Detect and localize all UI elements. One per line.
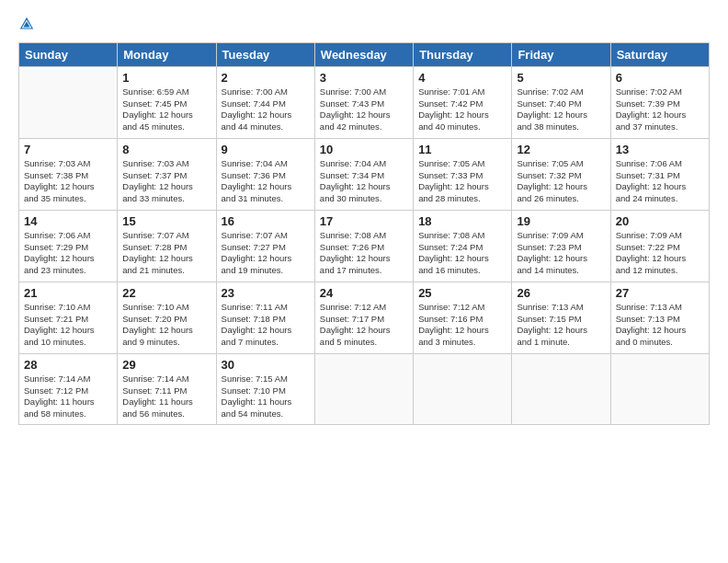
day-number: 11 bbox=[418, 143, 506, 156]
page: SundayMondayTuesdayWednesdayThursdayFrid… bbox=[0, 0, 728, 563]
col-header-saturday: Saturday bbox=[610, 42, 709, 66]
calendar-cell: 20Sunrise: 7:09 AM Sunset: 7:22 PM Dayli… bbox=[610, 210, 709, 282]
day-number: 19 bbox=[517, 214, 605, 228]
day-info: Sunrise: 7:14 AM Sunset: 7:11 PM Dayligh… bbox=[122, 373, 210, 420]
day-info: Sunrise: 7:04 AM Sunset: 7:34 PM Dayligh… bbox=[320, 158, 408, 205]
calendar-cell: 27Sunrise: 7:13 AM Sunset: 7:13 PM Dayli… bbox=[610, 282, 709, 353]
day-number: 21 bbox=[24, 286, 112, 300]
calendar-cell: 7Sunrise: 7:03 AM Sunset: 7:38 PM Daylig… bbox=[19, 138, 118, 210]
day-info: Sunrise: 7:14 AM Sunset: 7:12 PM Dayligh… bbox=[24, 373, 112, 420]
calendar-table: SundayMondayTuesdayWednesdayThursdayFrid… bbox=[18, 42, 710, 425]
calendar-cell: 24Sunrise: 7:12 AM Sunset: 7:17 PM Dayli… bbox=[314, 282, 413, 353]
logo bbox=[18, 15, 39, 33]
day-info: Sunrise: 7:07 AM Sunset: 7:27 PM Dayligh… bbox=[222, 230, 310, 277]
day-number: 30 bbox=[222, 358, 310, 372]
day-info: Sunrise: 7:04 AM Sunset: 7:36 PM Dayligh… bbox=[222, 158, 310, 205]
calendar-cell: 30Sunrise: 7:15 AM Sunset: 7:10 PM Dayli… bbox=[216, 353, 314, 424]
day-info: Sunrise: 7:08 AM Sunset: 7:26 PM Dayligh… bbox=[320, 230, 408, 277]
day-info: Sunrise: 7:10 AM Sunset: 7:20 PM Dayligh… bbox=[122, 302, 210, 349]
calendar-cell: 28Sunrise: 7:14 AM Sunset: 7:12 PM Dayli… bbox=[19, 353, 118, 424]
day-info: Sunrise: 7:11 AM Sunset: 7:18 PM Dayligh… bbox=[222, 302, 310, 349]
day-info: Sunrise: 7:08 AM Sunset: 7:24 PM Dayligh… bbox=[418, 230, 506, 277]
day-number: 6 bbox=[616, 71, 704, 85]
calendar-cell: 19Sunrise: 7:09 AM Sunset: 7:23 PM Dayli… bbox=[512, 210, 610, 282]
calendar-cell: 2Sunrise: 7:00 AM Sunset: 7:44 PM Daylig… bbox=[216, 66, 314, 138]
day-info: Sunrise: 7:09 AM Sunset: 7:22 PM Dayligh… bbox=[616, 230, 704, 277]
col-header-tuesday: Tuesday bbox=[216, 42, 314, 66]
col-header-monday: Monday bbox=[118, 42, 216, 66]
day-info: Sunrise: 7:10 AM Sunset: 7:21 PM Dayligh… bbox=[24, 302, 112, 349]
day-info: Sunrise: 7:15 AM Sunset: 7:10 PM Dayligh… bbox=[222, 373, 310, 420]
calendar-header-row: SundayMondayTuesdayWednesdayThursdayFrid… bbox=[19, 42, 710, 66]
day-info: Sunrise: 7:12 AM Sunset: 7:17 PM Dayligh… bbox=[320, 302, 408, 349]
day-number: 23 bbox=[222, 286, 310, 300]
day-number: 18 bbox=[418, 214, 506, 228]
day-number: 27 bbox=[616, 286, 704, 300]
day-number: 26 bbox=[517, 286, 605, 300]
header bbox=[18, 15, 710, 33]
day-number: 22 bbox=[122, 286, 210, 300]
calendar-cell: 9Sunrise: 7:04 AM Sunset: 7:36 PM Daylig… bbox=[216, 138, 314, 210]
day-number: 5 bbox=[517, 71, 605, 85]
col-header-friday: Friday bbox=[512, 42, 610, 66]
calendar-cell: 17Sunrise: 7:08 AM Sunset: 7:26 PM Dayli… bbox=[314, 210, 413, 282]
day-number: 2 bbox=[222, 71, 310, 85]
day-info: Sunrise: 7:02 AM Sunset: 7:39 PM Dayligh… bbox=[616, 86, 704, 133]
day-number: 24 bbox=[320, 286, 408, 300]
day-number: 1 bbox=[122, 71, 210, 85]
day-number: 9 bbox=[222, 143, 310, 156]
calendar-cell: 26Sunrise: 7:13 AM Sunset: 7:15 PM Dayli… bbox=[512, 282, 610, 353]
calendar-cell: 12Sunrise: 7:05 AM Sunset: 7:32 PM Dayli… bbox=[512, 138, 610, 210]
calendar-week-3: 21Sunrise: 7:10 AM Sunset: 7:21 PM Dayli… bbox=[19, 282, 710, 353]
day-number: 25 bbox=[418, 286, 506, 300]
day-info: Sunrise: 7:09 AM Sunset: 7:23 PM Dayligh… bbox=[517, 230, 605, 277]
calendar-cell bbox=[19, 66, 118, 138]
calendar-cell: 10Sunrise: 7:04 AM Sunset: 7:34 PM Dayli… bbox=[314, 138, 413, 210]
day-number: 13 bbox=[616, 143, 704, 156]
day-number: 14 bbox=[24, 214, 112, 228]
calendar-cell: 5Sunrise: 7:02 AM Sunset: 7:40 PM Daylig… bbox=[512, 66, 610, 138]
day-info: Sunrise: 7:02 AM Sunset: 7:40 PM Dayligh… bbox=[517, 86, 605, 133]
col-header-sunday: Sunday bbox=[19, 42, 118, 66]
calendar-cell: 11Sunrise: 7:05 AM Sunset: 7:33 PM Dayli… bbox=[414, 138, 512, 210]
day-number: 3 bbox=[320, 71, 408, 85]
calendar-cell: 1Sunrise: 6:59 AM Sunset: 7:45 PM Daylig… bbox=[118, 66, 216, 138]
day-number: 17 bbox=[320, 214, 408, 228]
day-number: 15 bbox=[122, 214, 210, 228]
calendar-cell: 15Sunrise: 7:07 AM Sunset: 7:28 PM Dayli… bbox=[118, 210, 216, 282]
day-info: Sunrise: 7:13 AM Sunset: 7:13 PM Dayligh… bbox=[616, 302, 704, 349]
day-number: 16 bbox=[222, 214, 310, 228]
day-number: 4 bbox=[418, 71, 506, 85]
day-info: Sunrise: 7:06 AM Sunset: 7:29 PM Dayligh… bbox=[24, 230, 112, 277]
day-info: Sunrise: 7:06 AM Sunset: 7:31 PM Dayligh… bbox=[616, 158, 704, 205]
day-number: 8 bbox=[122, 143, 210, 156]
calendar-week-4: 28Sunrise: 7:14 AM Sunset: 7:12 PM Dayli… bbox=[19, 353, 710, 424]
logo-icon bbox=[18, 16, 35, 32]
day-info: Sunrise: 7:03 AM Sunset: 7:38 PM Dayligh… bbox=[24, 158, 112, 205]
calendar-cell bbox=[610, 353, 709, 424]
day-info: Sunrise: 7:03 AM Sunset: 7:37 PM Dayligh… bbox=[122, 158, 210, 205]
day-info: Sunrise: 7:00 AM Sunset: 7:44 PM Dayligh… bbox=[222, 86, 310, 133]
calendar-cell: 21Sunrise: 7:10 AM Sunset: 7:21 PM Dayli… bbox=[19, 282, 118, 353]
day-info: Sunrise: 7:00 AM Sunset: 7:43 PM Dayligh… bbox=[320, 86, 408, 133]
calendar-cell: 18Sunrise: 7:08 AM Sunset: 7:24 PM Dayli… bbox=[414, 210, 512, 282]
calendar-cell: 16Sunrise: 7:07 AM Sunset: 7:27 PM Dayli… bbox=[216, 210, 314, 282]
col-header-thursday: Thursday bbox=[414, 42, 512, 66]
day-info: Sunrise: 6:59 AM Sunset: 7:45 PM Dayligh… bbox=[122, 86, 210, 133]
calendar-week-0: 1Sunrise: 6:59 AM Sunset: 7:45 PM Daylig… bbox=[19, 66, 710, 138]
day-info: Sunrise: 7:12 AM Sunset: 7:16 PM Dayligh… bbox=[418, 302, 506, 349]
calendar-cell: 22Sunrise: 7:10 AM Sunset: 7:20 PM Dayli… bbox=[118, 282, 216, 353]
calendar-cell: 25Sunrise: 7:12 AM Sunset: 7:16 PM Dayli… bbox=[414, 282, 512, 353]
col-header-wednesday: Wednesday bbox=[314, 42, 413, 66]
day-info: Sunrise: 7:05 AM Sunset: 7:32 PM Dayligh… bbox=[517, 158, 605, 205]
calendar-cell: 23Sunrise: 7:11 AM Sunset: 7:18 PM Dayli… bbox=[216, 282, 314, 353]
day-number: 10 bbox=[320, 143, 408, 156]
day-info: Sunrise: 7:05 AM Sunset: 7:33 PM Dayligh… bbox=[418, 158, 506, 205]
calendar-week-2: 14Sunrise: 7:06 AM Sunset: 7:29 PM Dayli… bbox=[19, 210, 710, 282]
calendar-cell: 14Sunrise: 7:06 AM Sunset: 7:29 PM Dayli… bbox=[19, 210, 118, 282]
calendar-week-1: 7Sunrise: 7:03 AM Sunset: 7:38 PM Daylig… bbox=[19, 138, 710, 210]
day-number: 29 bbox=[122, 358, 210, 372]
day-info: Sunrise: 7:07 AM Sunset: 7:28 PM Dayligh… bbox=[122, 230, 210, 277]
calendar-cell: 3Sunrise: 7:00 AM Sunset: 7:43 PM Daylig… bbox=[314, 66, 413, 138]
day-number: 28 bbox=[24, 358, 112, 372]
